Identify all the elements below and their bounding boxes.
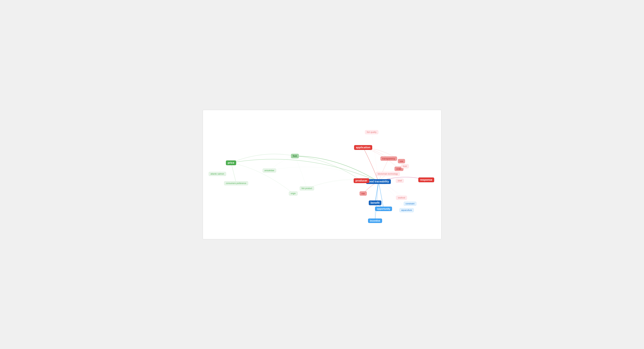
node-incentive[interactable]: incentive [368,219,382,223]
network-canvas: pricefishatlantic salmonconsumers prefer… [203,110,442,239]
node-shell[interactable]: shell [396,179,404,183]
node-aquaculture[interactable]: aquaculture [399,208,414,212]
node-consumers_preference[interactable]: consumers preference [224,181,248,185]
node-food_traceability[interactable]: food traceability [366,179,391,184]
node-fish[interactable]: fish [291,154,299,158]
node-fish_quality[interactable]: fish quality [365,130,378,134]
node-producer[interactable]: producer [354,178,369,183]
node-fish_product[interactable]: fish product [300,186,314,190]
node-opportunity[interactable]: opportunity [375,207,392,211]
node-use[interactable]: use [398,159,405,163]
node-benefit[interactable]: benefit [369,200,381,205]
node-blockchain_technology[interactable]: blockchain technology [376,172,400,176]
node-trust[interactable]: trust [401,164,409,168]
node-application[interactable]: application [354,145,372,150]
node-response[interactable]: response [418,177,434,182]
node-constraint[interactable]: constraint [404,202,416,206]
node-price[interactable]: price [226,160,236,165]
connections-layer [203,110,441,239]
node-seafood[interactable]: seafood [396,196,407,200]
node-risk[interactable]: risk [360,191,366,196]
node-transparency[interactable]: transparency [380,156,397,161]
node-atlantic_salmon[interactable]: atlantic salmon [208,172,226,176]
node-anisakidae[interactable]: anisakidae [262,168,276,173]
node-origin[interactable]: origin [289,191,298,196]
